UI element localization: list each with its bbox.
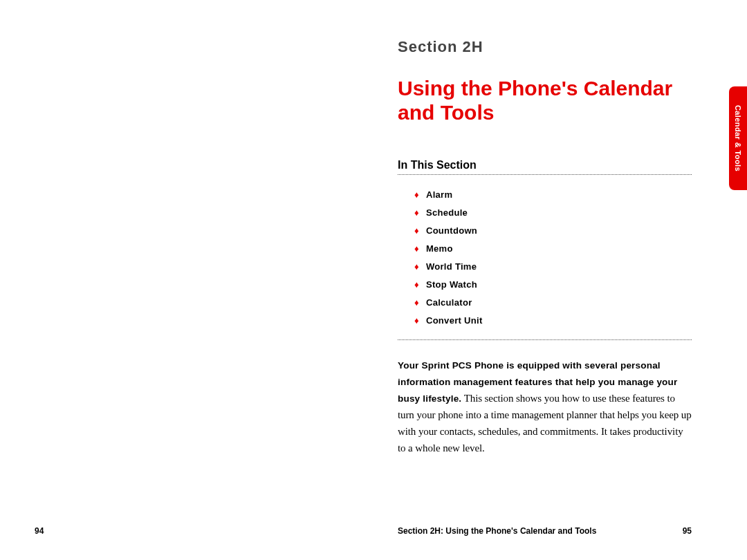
toc-list: Alarm Schedule Countdown Memo World Time…: [398, 186, 692, 330]
footer-section-title: Section 2H: Using the Phone's Calendar a…: [398, 526, 596, 536]
divider-top: [398, 174, 692, 175]
toc-item: Memo: [414, 240, 692, 258]
side-tab: Calendar & Tools: [729, 86, 747, 190]
section-label: Section 2H: [398, 38, 692, 56]
toc-item: Alarm: [414, 186, 692, 204]
page-title: Using the Phone's Calendar and Tools: [398, 77, 692, 124]
page-spread: 94 Section 2H Using the Phone's Calendar…: [0, 0, 747, 560]
title-line-2: and Tools: [398, 101, 494, 124]
toc-item: Calculator: [414, 294, 692, 312]
in-this-section-heading: In This Section: [398, 159, 692, 171]
toc-item: Countdown: [414, 222, 692, 240]
title-line-1: Using the Phone's Calendar: [398, 77, 672, 100]
toc-item: Convert Unit: [414, 312, 692, 330]
side-tab-label: Calendar & Tools: [734, 105, 742, 171]
body-paragraph: Your Sprint PCS Phone is equipped with s…: [398, 357, 692, 456]
left-page: 94: [0, 0, 374, 560]
page-number-left: 94: [35, 526, 44, 536]
toc-item: World Time: [414, 258, 692, 276]
right-page: Section 2H Using the Phone's Calendar an…: [374, 0, 747, 560]
divider-bottom: [398, 339, 692, 340]
toc-item: Schedule: [414, 204, 692, 222]
toc-item: Stop Watch: [414, 276, 692, 294]
page-number-right: 95: [683, 526, 692, 536]
footer-right: Section 2H: Using the Phone's Calendar a…: [398, 526, 692, 536]
